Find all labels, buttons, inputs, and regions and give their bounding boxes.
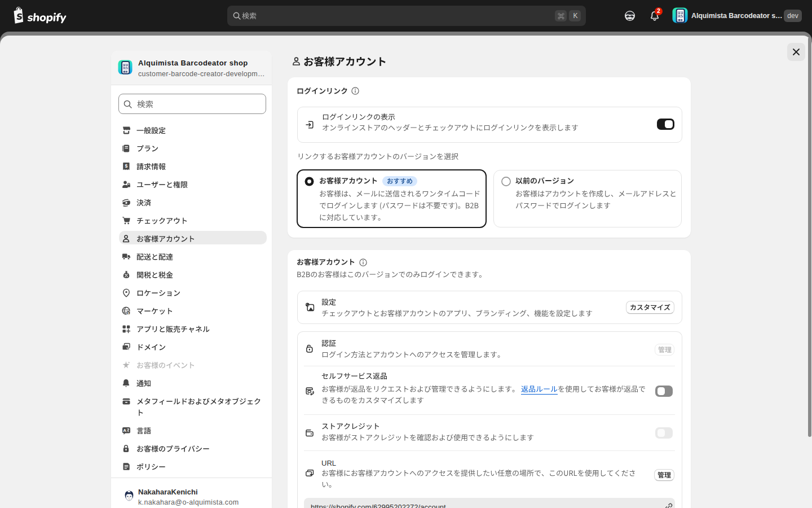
svg-text:$: $ [125,163,128,169]
svg-text:A: A [123,428,126,433]
